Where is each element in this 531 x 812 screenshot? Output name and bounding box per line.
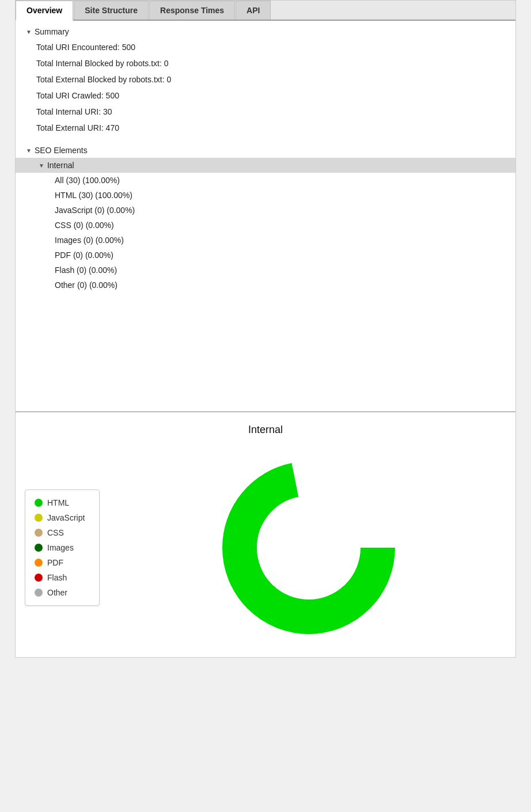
legend-item-images: Images [35, 543, 90, 552]
legend-dot-javascript [35, 514, 43, 522]
summary-header[interactable]: ▼ Summary [16, 24, 515, 39]
legend-label-html: HTML [47, 498, 69, 507]
summary-internal-blocked: Total Internal Blocked by robots.txt: 0 [16, 55, 515, 71]
bottom-pane: Internal HTML JavaScript CSS Imag [16, 412, 515, 657]
internal-item-javascript[interactable]: JavaScript (0) (0.00%) [16, 203, 515, 218]
internal-item-html[interactable]: HTML (30) (100.00%) [16, 188, 515, 203]
internal-item-javascript-text: JavaScript (0) (0.00%) [55, 206, 135, 215]
internal-triangle: ▼ [39, 162, 44, 169]
legend-item-javascript: JavaScript [35, 513, 90, 522]
legend-label-images: Images [47, 543, 74, 552]
legend-item-html: HTML [35, 498, 90, 507]
internal-item-flash-text: Flash (0) (0.00%) [55, 265, 117, 275]
internal-item-html-text: HTML (30) (100.00%) [55, 191, 132, 200]
internal-item-css[interactable]: CSS (0) (0.00%) [16, 218, 515, 233]
internal-item-pdf-text: PDF (0) (0.00%) [55, 251, 113, 260]
legend-label-javascript: JavaScript [47, 513, 85, 522]
tab-overview[interactable]: Overview [16, 1, 73, 21]
legend-dot-other [35, 589, 43, 597]
summary-external-blocked: Total External Blocked by robots.txt: 0 [16, 71, 515, 88]
legend-item-pdf: PDF [35, 558, 90, 567]
legend-item-flash: Flash [35, 573, 90, 582]
internal-item-flash[interactable]: Flash (0) (0.00%) [16, 263, 515, 278]
summary-external-uri: Total External URI: 470 [16, 120, 515, 136]
tab-response-times[interactable]: Response Times [149, 1, 235, 20]
summary-uri-crawled: Total URI Crawled: 500 [16, 88, 515, 104]
seo-elements-header[interactable]: ▼ SEO Elements [16, 143, 515, 158]
tab-bar: Overview Site Structure Response Times A… [16, 1, 515, 21]
legend-label-pdf: PDF [47, 558, 63, 567]
donut-chart-wrapper [111, 450, 506, 646]
summary-total-uri: Total URI Encountered: 500 [16, 39, 515, 55]
internal-item-all[interactable]: All (30) (100.00%) [16, 173, 515, 188]
chart-legend: HTML JavaScript CSS Images PDF [25, 490, 100, 606]
legend-dot-css [35, 529, 43, 537]
legend-label-css: CSS [47, 528, 64, 537]
legend-dot-images [35, 544, 43, 552]
internal-item-other-text: Other (0) (0.00%) [55, 280, 117, 290]
legend-dot-html [35, 499, 43, 507]
legend-item-other: Other [35, 588, 90, 597]
top-pane: ▼ Summary Total URI Encountered: 500 Tot… [16, 21, 515, 412]
donut-chart [211, 450, 407, 646]
legend-label-other: Other [47, 588, 67, 597]
legend-dot-flash [35, 574, 43, 582]
legend-label-flash: Flash [47, 573, 67, 582]
internal-label: Internal [47, 161, 74, 170]
summary-triangle: ▼ [26, 29, 32, 35]
seo-elements-label: SEO Elements [35, 146, 88, 155]
seo-triangle: ▼ [26, 147, 32, 154]
internal-item-other[interactable]: Other (0) (0.00%) [16, 278, 515, 293]
legend-item-css: CSS [35, 528, 90, 537]
tab-site-structure[interactable]: Site Structure [74, 1, 149, 20]
summary-section: ▼ Summary Total URI Encountered: 500 Tot… [16, 21, 515, 139]
tab-api[interactable]: API [236, 1, 271, 20]
internal-item-all-text: All (30) (100.00%) [55, 176, 120, 185]
chart-title: Internal [25, 424, 506, 436]
internal-item-images-text: Images (0) (0.00%) [55, 236, 124, 245]
donut-hole [257, 496, 360, 599]
chart-area: HTML JavaScript CSS Images PDF [25, 450, 506, 646]
tree-scrollable[interactable]: ▼ Summary Total URI Encountered: 500 Tot… [16, 21, 515, 411]
legend-dot-pdf [35, 559, 43, 567]
seo-elements-section: ▼ SEO Elements ▼ Internal All (30) (100.… [16, 139, 515, 296]
internal-item-css-text: CSS (0) (0.00%) [55, 221, 114, 230]
internal-item-pdf[interactable]: PDF (0) (0.00%) [16, 248, 515, 263]
internal-header[interactable]: ▼ Internal [16, 158, 515, 173]
summary-label: Summary [35, 27, 69, 36]
summary-internal-uri: Total Internal URI: 30 [16, 104, 515, 120]
internal-item-images[interactable]: Images (0) (0.00%) [16, 233, 515, 248]
